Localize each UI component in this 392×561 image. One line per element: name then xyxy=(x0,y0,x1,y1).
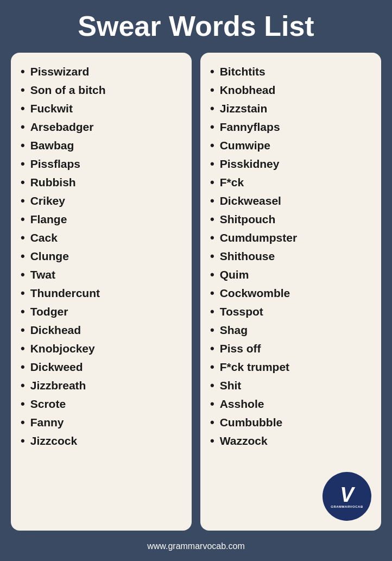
list-item: Rubbish xyxy=(21,173,182,192)
list-item: Shag xyxy=(210,321,371,339)
logo-container: V GRAMMARVOCAB xyxy=(323,472,371,521)
list-item: Jizzcock xyxy=(21,432,182,450)
list-item: Jizzbreath xyxy=(21,376,182,395)
list-item: Cack xyxy=(21,229,182,247)
list-item: Tosspot xyxy=(210,302,371,321)
list-item: Bitchtits xyxy=(210,62,371,81)
footer-url: www.grammarvocab.com xyxy=(147,537,245,556)
list-item: Fanny xyxy=(21,413,182,432)
list-item: F*ck xyxy=(210,173,371,192)
list-item: Twat xyxy=(21,266,182,284)
list-item: Crikey xyxy=(21,192,182,210)
page-title: Swear Words List xyxy=(78,11,314,42)
list-item: Shitpouch xyxy=(210,210,371,229)
list-item: F*ck trumpet xyxy=(210,358,371,376)
logo-circle: V GRAMMARVOCAB xyxy=(323,472,371,521)
list-item: Thundercunt xyxy=(21,284,182,302)
list-item: Knobhead xyxy=(210,81,371,99)
right-column: BitchtitsKnobheadJizzstainFannyflapsCumw… xyxy=(200,53,381,531)
list-item: Son of a bitch xyxy=(21,81,182,99)
list-item: Wazzock xyxy=(210,432,371,450)
list-item: Cumdumpster xyxy=(210,229,371,247)
list-item: Todger xyxy=(21,302,182,321)
list-item: Pisskidney xyxy=(210,155,371,173)
left-word-list: PisswizardSon of a bitchFuckwitArsebadge… xyxy=(21,62,182,450)
list-item: Pisswizard xyxy=(21,62,182,81)
list-item: Bawbag xyxy=(21,136,182,155)
logo-v-letter: V xyxy=(340,484,353,505)
list-item: Fuckwit xyxy=(21,99,182,118)
list-item: Pissflaps xyxy=(21,155,182,173)
list-item: Shit xyxy=(210,376,371,395)
list-item: Clunge xyxy=(21,247,182,266)
list-item: Shithouse xyxy=(210,247,371,266)
list-item: Piss off xyxy=(210,339,371,358)
list-item: Cockwomble xyxy=(210,284,371,302)
list-item: Arsebadger xyxy=(21,118,182,136)
list-item: Dickweasel xyxy=(210,192,371,210)
list-item: Asshole xyxy=(210,395,371,413)
list-item: Quim xyxy=(210,266,371,284)
list-item: Jizzstain xyxy=(210,99,371,118)
list-item: Scrote xyxy=(21,395,182,413)
list-item: Fannyflaps xyxy=(210,118,371,136)
list-item: Dickhead xyxy=(21,321,182,339)
left-column: PisswizardSon of a bitchFuckwitArsebadge… xyxy=(11,53,192,531)
list-item: Flange xyxy=(21,210,182,229)
right-word-list: BitchtitsKnobheadJizzstainFannyflapsCumw… xyxy=(210,62,371,450)
list-item: Cumwipe xyxy=(210,136,371,155)
list-item: Knobjockey xyxy=(21,339,182,358)
columns-container: PisswizardSon of a bitchFuckwitArsebadge… xyxy=(11,53,381,531)
list-item: Dickweed xyxy=(21,358,182,376)
list-item: Cumbubble xyxy=(210,413,371,432)
logo-text: GRAMMARVOCAB xyxy=(331,505,363,508)
